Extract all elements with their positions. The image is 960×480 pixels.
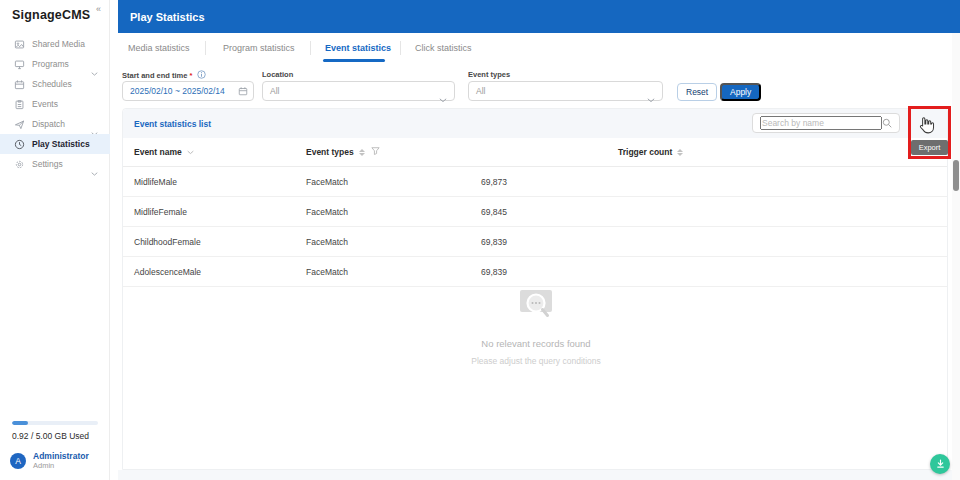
table-header-row: Event name Event types Trigger count — [123, 138, 947, 167]
chevron-down-icon — [647, 89, 655, 94]
download-icon — [935, 455, 946, 473]
column-header-event-name[interactable]: Event name — [134, 147, 194, 157]
event-types-select[interactable]: All — [468, 81, 663, 101]
event-name-cell: MidlifeMale — [134, 177, 177, 187]
empty-state-subtitle: Please adjust the query conditions — [123, 356, 949, 366]
sidebar-item-schedules[interactable]: Schedules — [0, 74, 110, 94]
sidebar-item-label: Programs — [32, 59, 69, 69]
panel-title: Event statistics list — [134, 119, 211, 129]
sidebar-item-label: Events — [32, 99, 58, 109]
download-fab-button[interactable] — [930, 454, 950, 474]
tab-program-statistics[interactable]: Program statistics — [223, 43, 295, 53]
image-icon — [14, 39, 25, 50]
storage-usage-label: 0.92 / 5.00 GB Used — [12, 431, 98, 441]
sidebar: SignageCMS « Shared Media Programs — [0, 0, 110, 480]
no-records-icon — [514, 287, 558, 327]
location-label: Location — [262, 70, 293, 79]
clipboard-icon — [14, 99, 25, 110]
sidebar-item-dispatch[interactable]: Dispatch — [0, 114, 110, 134]
sidebar-item-settings[interactable]: Settings — [0, 154, 110, 174]
gear-icon — [14, 159, 25, 170]
sidebar-item-label: Shared Media — [32, 39, 85, 49]
event-type-cell: FaceMatch — [306, 237, 348, 247]
sidebar-item-programs[interactable]: Programs — [0, 54, 110, 74]
tab-event-statistics[interactable]: Event statistics — [325, 43, 391, 53]
event-types-label: Event types — [468, 70, 510, 79]
location-select[interactable]: All — [262, 81, 455, 101]
monitor-icon — [14, 59, 25, 70]
event-type-cell: FaceMatch — [306, 207, 348, 217]
trigger-count-cell: 69,839 — [481, 267, 507, 277]
date-range-field[interactable] — [122, 81, 254, 101]
user-profile[interactable]: A Administrator Admin — [10, 451, 89, 470]
sidebar-item-label: Play Statistics — [32, 139, 90, 149]
trigger-count-cell: 69,873 — [481, 177, 507, 187]
sidebar-item-label: Settings — [32, 159, 63, 169]
sidebar-nav: Shared Media Programs Schedules — [0, 34, 110, 174]
date-range-label: Start and end time* — [122, 70, 206, 81]
calendar-icon — [238, 82, 248, 100]
sidebar-item-events[interactable]: Events — [0, 94, 110, 114]
required-asterisk: * — [189, 71, 192, 80]
tab-separator — [400, 41, 401, 55]
sidebar-collapse-icon[interactable]: « — [96, 4, 101, 14]
hand-cursor-icon — [917, 116, 935, 134]
send-icon — [14, 119, 25, 130]
storage-progress-fill — [12, 421, 28, 425]
chevron-down-icon — [91, 122, 98, 127]
statistics-tabs: Media statistics Program statistics Even… — [118, 33, 952, 62]
scrollbar-thumb[interactable] — [953, 160, 959, 191]
search-input[interactable] — [760, 116, 882, 130]
trigger-count-cell: 69,845 — [481, 207, 507, 217]
sidebar-item-play-statistics[interactable]: Play Statistics — [0, 134, 110, 154]
filter-funnel-icon[interactable] — [371, 147, 380, 157]
event-statistics-panel: Event statistics list Event name — [122, 108, 948, 470]
event-type-cell: FaceMatch — [306, 267, 348, 277]
vertical-scrollbar[interactable] — [952, 33, 960, 480]
table-row[interactable]: MidlifeMale FaceMatch 69,873 — [123, 167, 947, 197]
sort-icon — [677, 149, 683, 156]
location-value: All — [270, 86, 439, 96]
avatar: A — [10, 453, 26, 469]
reset-button[interactable]: Reset — [677, 83, 717, 101]
date-range-input[interactable] — [130, 86, 238, 96]
calendar-icon — [14, 79, 25, 90]
main-content: Play Statistics Media statistics Program… — [118, 0, 952, 480]
signage-cms-window: SignageCMS « Shared Media Programs — [0, 0, 960, 480]
column-header-event-types[interactable]: Event types — [306, 147, 380, 157]
chevron-down-icon — [91, 62, 98, 67]
table-row[interactable]: ChildhoodFemale FaceMatch 69,839 — [123, 227, 947, 257]
event-name-cell: ChildhoodFemale — [134, 237, 201, 247]
tab-media-statistics[interactable]: Media statistics — [128, 43, 190, 53]
table-row[interactable]: MidlifeFemale FaceMatch 69,845 — [123, 197, 947, 227]
footer-strip — [118, 470, 952, 480]
sidebar-item-label: Schedules — [32, 79, 72, 89]
apply-button[interactable]: Apply — [720, 83, 761, 101]
storage-progress-track — [12, 421, 98, 425]
storage-usage: 0.92 / 5.00 GB Used — [12, 421, 98, 441]
page-header: Play Statistics — [118, 0, 960, 33]
tab-separator — [205, 41, 206, 55]
tab-click-statistics[interactable]: Click statistics — [415, 43, 472, 53]
event-name-cell: MidlifeFemale — [134, 207, 187, 217]
sort-caret-icon — [187, 147, 194, 157]
sort-icon — [359, 149, 365, 156]
active-tab-underline — [323, 59, 385, 62]
empty-state: No relevant records found Please adjust … — [123, 287, 949, 366]
event-types-value: All — [476, 86, 647, 96]
table-row[interactable]: AdolescenceMale FaceMatch 69,839 — [123, 257, 947, 287]
export-tooltip: Export — [911, 140, 948, 155]
page-title: Play Statistics — [130, 11, 205, 23]
clock-icon — [14, 139, 25, 150]
chevron-down-icon — [91, 162, 98, 167]
user-role: Admin — [33, 461, 89, 470]
column-header-trigger-count[interactable]: Trigger count — [618, 147, 683, 157]
sidebar-item-shared-media[interactable]: Shared Media — [0, 34, 110, 54]
info-icon — [197, 70, 206, 81]
user-name: Administrator — [33, 451, 89, 461]
event-type-cell: FaceMatch — [306, 177, 348, 187]
sidebar-item-label: Dispatch — [32, 119, 65, 129]
search-field[interactable] — [752, 113, 900, 133]
event-name-cell: AdolescenceMale — [134, 267, 201, 277]
empty-state-title: No relevant records found — [123, 338, 949, 349]
